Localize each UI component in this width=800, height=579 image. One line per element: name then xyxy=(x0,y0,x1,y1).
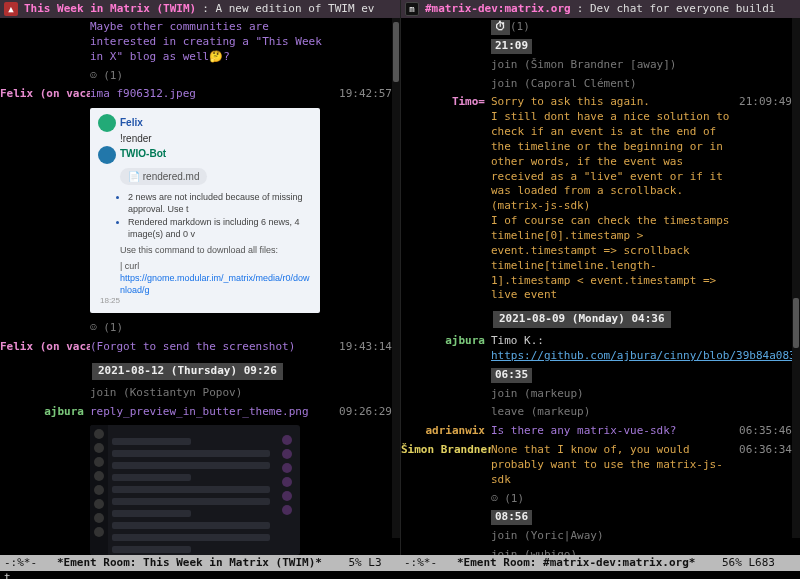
reaction[interactable]: ☺ (1) xyxy=(90,69,392,84)
nick xyxy=(401,77,491,92)
left-pane: ▲ This Week in Matrix (TWIM) : A new edi… xyxy=(0,0,400,555)
right-pane: m #matrix-dev:matrix.org : Dev chat for … xyxy=(400,0,800,555)
right-messages[interactable]: ⏱(1)21:09 join (Šimon Brandner [away]) j… xyxy=(401,18,800,555)
scrollbar[interactable] xyxy=(392,18,400,538)
time-chip: 06:35 xyxy=(491,368,532,383)
message-row: Felix (on vaca (Forgot to send the scree… xyxy=(0,338,396,357)
link[interactable]: https://github.com/ajbura/cinny/blob/39b… xyxy=(491,349,800,362)
room-icon: m xyxy=(405,2,419,16)
message-body: (Forgot to send the screenshot) xyxy=(90,340,334,355)
nick xyxy=(401,405,491,420)
mode-line-left: -:%*- *Ement Room: This Week in Matrix (… xyxy=(0,556,400,571)
embedded-image[interactable]: Felix !render TWIO-Bot 📄 rendered.md 2 n… xyxy=(90,108,320,313)
message-row: Šimon Brandner None that I know of, you … xyxy=(401,441,796,490)
right-header: m #matrix-dev:matrix.org : Dev chat for … xyxy=(401,0,800,18)
timestamp: 19:42:57 xyxy=(334,87,392,102)
message-row: Maybe other communities are interested i… xyxy=(0,18,396,67)
room-topic: : A new edition of TWIM ev xyxy=(202,2,374,17)
message-row: join (Yoric|Away) xyxy=(401,527,796,546)
nick: Felix (on vaca xyxy=(0,87,90,102)
file-chip: 📄 rendered.md xyxy=(120,168,207,186)
message-body: Maybe other communities are interested i… xyxy=(90,20,334,65)
timestamp: 19:43:14 xyxy=(334,340,392,355)
timestamp xyxy=(734,387,792,402)
message-row: Timo= Sorry to ask this again.I still do… xyxy=(401,93,796,305)
message-body: join (wubigo) xyxy=(491,548,734,555)
nick xyxy=(401,58,491,73)
nick: Timo= xyxy=(401,95,491,303)
message-body: ima f906312.jpeg xyxy=(90,87,334,102)
nick: ajbura xyxy=(401,334,491,364)
scrollbar[interactable] xyxy=(792,18,800,538)
message-body: join (Kostiantyn Popov) xyxy=(90,386,334,401)
nick xyxy=(401,529,491,544)
room-topic: : Dev chat for everyone buildi xyxy=(577,2,776,17)
message-row: join (Caporal Clément) xyxy=(401,75,796,94)
embedded-image[interactable] xyxy=(90,425,300,555)
message-row: join (Šimon Brandner [away]) xyxy=(401,56,796,75)
message-body: reply_preview_in_butter_theme.png xyxy=(90,405,334,420)
message-row: ajbura Timo K.:https://github.com/ajbura… xyxy=(401,332,796,366)
message-row: ajbura reply_preview_in_butter_theme.png… xyxy=(0,403,396,422)
message-body: join (Yoric|Away) xyxy=(491,529,734,544)
time-chip: 21:09 xyxy=(491,39,532,54)
message-body: leave (markeup) xyxy=(491,405,734,420)
timestamp: 06:35:46 xyxy=(734,424,792,439)
message-row: join (markeup) xyxy=(401,385,796,404)
timestamp: 09:26:29 xyxy=(334,405,392,420)
timestamp: 21:09:49 xyxy=(734,95,792,303)
message-row: leave (markeup) xyxy=(401,403,796,422)
timestamp xyxy=(734,405,792,420)
message-body: join (Šimon Brandner [away]) xyxy=(491,58,734,73)
message-row: adrianwix Is there any matrix-vue-sdk? 0… xyxy=(401,422,796,441)
timestamp xyxy=(334,386,392,401)
nick xyxy=(0,20,90,65)
timestamp xyxy=(734,77,792,92)
mode-line-right: -:%*- *Ement Room: #matrix-dev:matrix.or… xyxy=(400,556,800,571)
message-row: join (Kostiantyn Popov) xyxy=(0,384,396,403)
timestamp xyxy=(734,58,792,73)
nick: adrianwix xyxy=(401,424,491,439)
message-row: join (wubigo) xyxy=(401,546,796,555)
nick xyxy=(401,548,491,555)
room-name[interactable]: #matrix-dev:matrix.org xyxy=(425,2,571,17)
nick: Šimon Brandner xyxy=(401,443,491,488)
nick xyxy=(0,386,90,401)
message-body: Sorry to ask this again.I still dont hav… xyxy=(491,95,734,303)
timestamp xyxy=(734,548,792,555)
minibuffer[interactable]: t xyxy=(0,571,800,579)
timestamp: 06:36:34 xyxy=(734,443,792,488)
left-messages[interactable]: Maybe other communities are interested i… xyxy=(0,18,400,555)
time-chip: 08:56 xyxy=(491,510,532,525)
message-body: join (markeup) xyxy=(491,387,734,402)
left-header: ▲ This Week in Matrix (TWIM) : A new edi… xyxy=(0,0,400,18)
timestamp xyxy=(334,20,392,65)
date-separator: 2021-08-12 (Thursday) 09:26 xyxy=(92,363,283,380)
room-icon: ▲ xyxy=(4,2,18,16)
message-body: Is there any matrix-vue-sdk? xyxy=(491,424,734,439)
message-row: Felix (on vaca ima f906312.jpeg 19:42:57 xyxy=(0,85,396,104)
message-body: join (Caporal Clément) xyxy=(491,77,734,92)
nick: ajbura xyxy=(0,405,90,420)
reaction[interactable]: ☺ (1) xyxy=(491,492,792,507)
timestamp xyxy=(734,529,792,544)
message-body: Timo K.:https://github.com/ajbura/cinny/… xyxy=(491,334,800,364)
message-body: None that I know of, you would probably … xyxy=(491,443,734,488)
nick xyxy=(401,387,491,402)
room-name[interactable]: This Week in Matrix (TWIM) xyxy=(24,2,196,17)
date-separator: 2021-08-09 (Monday) 04:36 xyxy=(493,311,671,328)
nick: Felix (on vaca xyxy=(0,340,90,355)
mode-line: -:%*- *Ement Room: This Week in Matrix (… xyxy=(0,555,800,571)
reaction[interactable]: ☺ (1) xyxy=(90,321,392,336)
